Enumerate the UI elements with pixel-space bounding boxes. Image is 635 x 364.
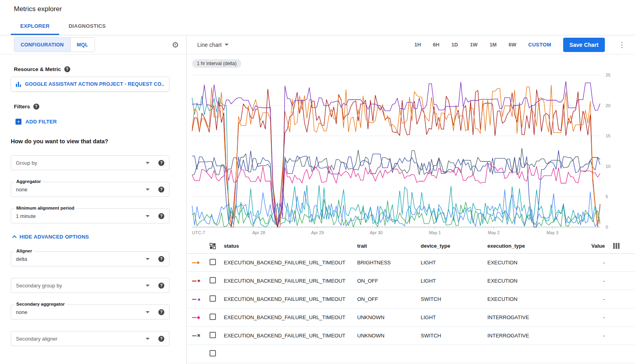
svg-text:Apr 28: Apr 28 (252, 230, 265, 235)
aggregator-dropdown[interactable]: Aggregator none ? (11, 182, 169, 197)
aligner-dropdown[interactable]: Aligner delta ? (11, 251, 169, 266)
help-icon[interactable]: ? (158, 256, 164, 262)
tab-explorer[interactable]: EXPLORER (11, 18, 59, 35)
column-picker-icon[interactable] (613, 243, 620, 249)
settings-gear-icon[interactable]: ⚙ (172, 41, 179, 49)
config-mode-toggle: CONFIGURATION MQL (14, 37, 95, 52)
help-icon[interactable]: ? (33, 104, 39, 110)
cell-trait: ON_OFF (357, 296, 421, 302)
chart-type-value: Line chart (197, 42, 221, 48)
help-icon[interactable]: ? (158, 309, 164, 315)
series-key-icon: ✖ (192, 333, 210, 338)
secondary-group-by-dropdown[interactable]: Secondary group by ? (11, 278, 169, 293)
series-table-header: status trait device_type execution_type … (187, 239, 635, 254)
time-range-1h[interactable]: 1H (414, 42, 421, 48)
svg-text:May 3: May 3 (546, 230, 558, 235)
cell-value: - (567, 278, 605, 284)
interval-chip: 1 hr interval (delta) (192, 59, 241, 68)
min-alignment-field: Minimum alignment period 1 minute ? (11, 208, 169, 223)
more-options-icon[interactable]: ⋮ (617, 40, 627, 49)
cell-device-type: LIGHT (421, 314, 487, 320)
min-alignment-dropdown[interactable]: Minimum alignment period 1 minute ? (11, 208, 169, 223)
chevron-down-icon (146, 258, 150, 260)
time-range-6h[interactable]: 6H (433, 42, 440, 48)
group-by-dropdown[interactable]: Group by ? (11, 155, 169, 170)
cell-trait: ON_OFF (357, 278, 421, 284)
cell-value: - (567, 296, 605, 302)
secondary-group-by-placeholder: Secondary group by (16, 283, 146, 289)
time-range-1w[interactable]: 1W (470, 42, 478, 48)
svg-text:UTC-7: UTC-7 (192, 230, 205, 235)
page-header: Metrics explorer (0, 0, 635, 18)
table-row[interactable]: ★EXECUTION_BACKEND_FAILURE_URL_TIMEOUTON… (187, 272, 635, 290)
selected-metric-chip[interactable]: GOOGLE ASSISTANT ACTION PROJECT - REQUES… (11, 77, 169, 92)
row-checkbox[interactable] (210, 277, 216, 283)
column-device-type[interactable]: device_type (421, 243, 487, 249)
chevron-down-icon (146, 215, 150, 217)
aligner-label: Aligner (14, 248, 34, 253)
resource-metric-label: Resource & Metric ? (14, 66, 186, 72)
help-icon[interactable]: ? (158, 283, 164, 289)
cell-device-type: LIGHT (421, 278, 487, 284)
secondary-aggregator-label: Secondary aggregator (14, 302, 67, 306)
filters-label: Filters ? (14, 104, 186, 110)
bar-chart-icon (16, 81, 21, 87)
time-range-6w[interactable]: 6W (508, 42, 516, 48)
cell-status: EXECUTION_BACKEND_FAILURE_URL_TIMEOUT (224, 296, 357, 302)
cell-status: EXECUTION_BACKEND_FAILURE_URL_TIMEOUT (224, 314, 357, 320)
mql-mode-button[interactable]: MQL (70, 38, 95, 52)
cell-trait: BRIGHTNESS (357, 260, 421, 266)
hide-advanced-options-toggle[interactable]: HIDE ADVANCED OPTIONS (12, 234, 186, 240)
table-row[interactable]: ◆EXECUTION_BACKEND_FAILURE_URL_TIMEOUTUN… (187, 308, 635, 327)
view-data-question: How do you want to view that data? (11, 138, 186, 144)
table-row-partial[interactable] (187, 345, 635, 363)
cell-execution-type: EXECUTION (487, 296, 567, 302)
custom-time-range-button[interactable]: CUSTOM (528, 42, 551, 48)
cell-execution-type: INTERROGATIVE (487, 333, 567, 339)
save-chart-button[interactable]: Save Chart (563, 38, 605, 52)
row-checkbox[interactable] (210, 295, 216, 302)
top-tabs: EXPLORER DIAGNOSTICS (0, 18, 635, 35)
series-key-icon: ■ (192, 260, 210, 265)
selected-metric-label: GOOGLE ASSISTANT ACTION PROJECT - REQUES… (25, 81, 164, 87)
help-icon[interactable]: ? (158, 213, 164, 219)
svg-text:10: 10 (606, 164, 610, 169)
cell-execution-type: EXECUTION (487, 278, 567, 284)
table-row[interactable]: ■EXECUTION_BACKEND_FAILURE_URL_TIMEOUTBR… (187, 254, 635, 272)
column-trait[interactable]: trait (357, 243, 421, 249)
chart-type-dropdown[interactable]: Line chart (197, 42, 229, 48)
time-range-1d[interactable]: 1D (451, 42, 458, 48)
secondary-aligner-placeholder: Secondary aligner (16, 336, 146, 342)
help-icon[interactable]: ? (158, 336, 164, 342)
tab-diagnostics[interactable]: DIAGNOSTICS (59, 18, 115, 35)
page-title: Metrics explorer (14, 5, 62, 13)
plus-icon: + (15, 119, 21, 125)
chevron-down-icon (146, 189, 150, 191)
secondary-aligner-dropdown[interactable]: Secondary aligner ? (11, 331, 169, 346)
time-range-1m[interactable]: 1M (489, 42, 496, 48)
chart-panel: Line chart 1H6H1D1W1M6W CUSTOM Save Char… (187, 35, 635, 364)
time-range-group: 1H6H1D1W1M6W (414, 42, 516, 48)
secondary-aggregator-dropdown[interactable]: Secondary aggregator none ? (11, 304, 169, 320)
row-checkbox[interactable] (210, 332, 216, 338)
help-icon[interactable]: ? (158, 187, 164, 193)
help-icon[interactable]: ? (64, 66, 70, 72)
add-filter-button[interactable]: + ADD FILTER (15, 119, 186, 125)
help-icon[interactable]: ? (158, 160, 164, 166)
table-row[interactable]: ✖EXECUTION_BACKEND_FAILURE_URL_TIMEOUTUN… (187, 327, 635, 345)
series-key-icon: ◆ (192, 315, 210, 320)
row-checkbox[interactable] (210, 259, 216, 265)
line-chart[interactable]: 0510152025UTC-7Apr 28Apr 29Apr 30May 1Ma… (187, 69, 635, 239)
secondary-group-by-field: Secondary group by ? (11, 278, 169, 293)
chevron-down-icon (146, 338, 150, 340)
row-checkbox[interactable] (210, 350, 216, 356)
chevron-down-icon (146, 311, 150, 313)
configuration-mode-button[interactable]: CONFIGURATION (14, 38, 70, 52)
configuration-panel: CONFIGURATION MQL ⚙ Resource & Metric ? … (0, 35, 187, 364)
column-execution-type[interactable]: execution_type (487, 243, 567, 249)
table-row[interactable]: ▲EXECUTION_BACKEND_FAILURE_URL_TIMEOUTON… (187, 290, 635, 308)
column-value[interactable]: Value (567, 243, 605, 249)
toggle-all-icon[interactable] (210, 243, 224, 249)
column-status[interactable]: status (224, 243, 357, 249)
row-checkbox[interactable] (210, 314, 216, 320)
